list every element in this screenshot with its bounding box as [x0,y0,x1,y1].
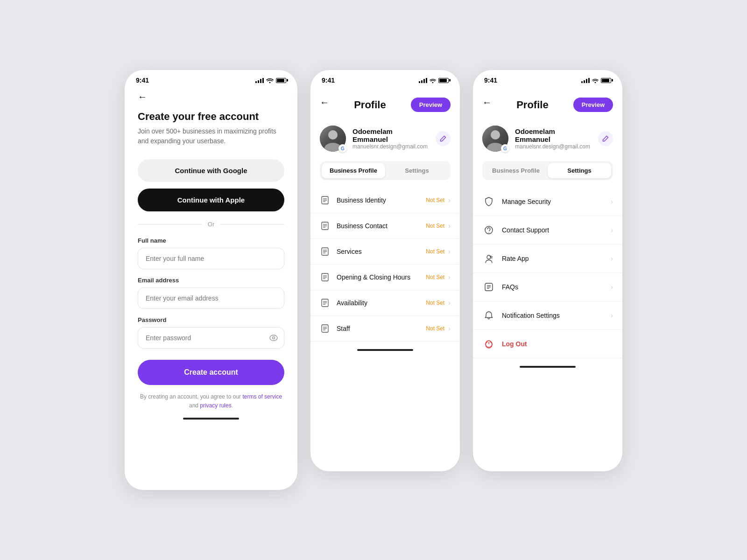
profile-title-3: Profile [516,99,548,111]
profile-info-3: Odoemelam Emmanuel manuelsnr.design@gmai… [515,127,592,150]
preview-button-3[interactable]: Preview [573,98,613,112]
password-label: Password [138,316,284,323]
notifications-chevron: › [611,312,613,319]
availability-chevron: › [448,299,451,307]
status-icons-3 [581,78,611,83]
staff-status: Not Set [426,325,444,332]
profile-header-3: ← Profile Preview [473,88,622,120]
hours-chevron: › [448,273,451,281]
contact-support-label: Contact Support [502,226,611,234]
notifications-icon [482,309,495,322]
tab-settings-2[interactable]: Settings [385,163,449,178]
list-item-services[interactable]: Services Not Set › [310,239,460,265]
status-bar-2: 9:41 [310,70,460,88]
password-wrapper [138,327,284,349]
list-item-hours[interactable]: Opening & Closing Hours Not Set › [310,265,460,290]
terms-of-service-link[interactable]: terms of service [242,393,282,400]
edit-profile-button-3[interactable] [598,131,613,146]
fullname-input[interactable] [138,248,284,269]
business-identity-icon [320,195,330,205]
notifications-label: Notification Settings [502,312,611,319]
home-indicator-3 [473,358,622,372]
profile-section-2: G Odoemelam Emmanuel manuelsnr.design@gm… [310,120,460,161]
terms-prefix: By creating an account, you agree to our [140,393,242,400]
create-account-button[interactable]: Create account [138,360,284,385]
battery-icon [276,78,286,83]
svg-point-0 [270,335,277,341]
business-contact-chevron: › [448,222,451,230]
tab-business-profile-3[interactable]: Business Profile [484,163,548,178]
rate-app-icon [482,252,495,265]
apple-signin-button[interactable]: Continue with Apple [138,189,284,211]
profile-info-2: Odoemelam Emmanuel manuelsnr.design@gmai… [352,127,429,150]
show-password-icon[interactable] [269,335,278,341]
svg-point-1 [273,337,275,339]
screen-create-account: 9:41 [125,70,297,490]
tab-business-profile-2[interactable]: Business Profile [322,163,385,178]
list-item-availability[interactable]: Availability Not Set › [310,290,460,316]
tab-bar-3: Business Profile Settings [482,161,613,180]
hours-icon [320,272,330,282]
availability-label: Availability [337,299,426,307]
wifi-icon [266,77,274,83]
manage-security-chevron: › [611,198,613,205]
settings-item-faqs[interactable]: FAQs › [473,273,622,301]
list-item-business-contact[interactable]: Business Contact Not Set › [310,213,460,239]
profile-header-2: ← Profile Preview [310,88,460,120]
list-item-business-identity[interactable]: Business Identity Not Set › [310,188,460,213]
back-button-3[interactable]: ← [482,93,492,112]
hours-status: Not Set [426,274,444,280]
battery-icon-2 [438,78,449,83]
list-item-staff[interactable]: Staff Not Set › [310,316,460,342]
user-email-3: manuelsnr.design@gmail.com [515,143,592,150]
email-label: Email address [138,277,284,284]
manage-security-icon [482,195,495,208]
settings-item-notifications[interactable]: Notification Settings › [473,301,622,330]
contact-support-chevron: › [611,226,613,234]
business-contact-label: Business Contact [337,222,426,230]
settings-item-logout[interactable]: Log Out [473,330,622,358]
settings-item-contact-support[interactable]: Contact Support › [473,216,622,245]
signal-icon-3 [581,78,590,83]
status-icons-1 [255,77,286,83]
rate-app-label: Rate App [502,255,611,262]
settings-item-rate-app[interactable]: Rate App › [473,245,622,273]
or-divider: Or [138,221,284,228]
staff-icon [320,323,330,334]
back-button-1[interactable]: ← [138,88,147,106]
screen-profile-business: 9:41 [310,70,460,471]
faqs-icon [482,280,495,294]
email-input[interactable] [138,287,284,309]
svg-point-27 [488,232,489,233]
business-contact-icon [320,221,330,231]
google-badge-2: G [338,144,347,153]
signal-icon-2 [419,78,427,83]
tab-settings-3[interactable]: Settings [548,163,611,178]
faqs-label: FAQs [502,283,611,291]
status-time-2: 9:41 [322,77,335,84]
preview-button-2[interactable]: Preview [411,98,451,112]
faqs-chevron: › [611,283,613,291]
wifi-icon-2 [430,78,436,83]
avatar-2: G [320,126,346,152]
fullname-label: Full name [138,237,284,244]
privacy-rules-link[interactable]: privacy rules [200,402,231,409]
edit-profile-button-2[interactable] [436,131,451,146]
staff-chevron: › [448,325,451,332]
or-label: Or [208,221,214,228]
availability-status: Not Set [426,300,444,306]
terms-text: By creating an account, you agree to our… [138,392,284,410]
google-badge-3: G [501,144,509,153]
wifi-icon-3 [592,78,599,83]
services-chevron: › [448,248,451,255]
password-input[interactable] [138,327,284,349]
screen1-content: ← Create your free account Join over 500… [125,88,297,410]
services-label: Services [337,248,426,255]
battery-icon-3 [601,78,611,83]
settings-item-manage-security[interactable]: Manage Security › [473,188,622,216]
business-identity-status: Not Set [426,197,444,203]
back-button-2[interactable]: ← [320,93,329,112]
google-signin-button[interactable]: Continue with Google [138,159,284,182]
status-time-3: 9:41 [484,77,497,84]
services-status: Not Set [426,248,444,255]
